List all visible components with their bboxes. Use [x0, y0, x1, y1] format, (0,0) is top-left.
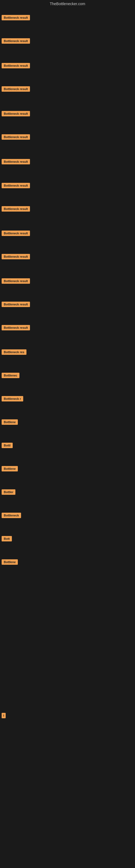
bottleneck-badge: Bottleneck [2, 513, 21, 518]
site-title: TheBottlenecker.com [0, 0, 135, 8]
bottleneck-badge: Bottleneck result [2, 302, 30, 307]
bottleneck-badge: Bottlenec [2, 373, 19, 378]
bottleneck-item: Bottleneck res [2, 349, 27, 356]
bottleneck-item: Bottleneck result [2, 134, 30, 141]
bottleneck-item: Bottleneck [2, 513, 21, 519]
bottleneck-item: Bott [2, 536, 12, 542]
bottleneck-item: Bottleneck result [2, 183, 30, 189]
bottleneck-item: Bottleneck result [2, 15, 30, 22]
bottleneck-item: Bottleneck result [2, 302, 30, 308]
bottleneck-badge: Bottleneck result [2, 230, 30, 236]
bottleneck-badge: Bottleneck result [2, 183, 30, 188]
bottleneck-badge: Bottleneck res [2, 349, 27, 355]
bottleneck-item: Bottleneck result [2, 111, 30, 118]
bottleneck-item: Bottleneck result [2, 254, 30, 260]
bottleneck-item: Bottleneck result [2, 206, 30, 213]
bottleneck-badge: Bottleneck result [2, 254, 30, 259]
bottleneck-item: Bottleneck result [2, 63, 30, 69]
bottleneck-item-bottom: I [2, 713, 6, 718]
bottleneck-item: Bottlene [2, 420, 18, 426]
bottleneck-badge: Bottleneck result [2, 15, 30, 20]
bottleneck-badge: Bottleneck result [2, 325, 30, 330]
bottleneck-item: Bottleneck result [2, 325, 30, 332]
bottleneck-item: Bottleneck result [2, 38, 30, 45]
bottleneck-badge: Bott [2, 536, 12, 541]
bottleneck-badge-small: I [2, 713, 6, 718]
bottleneck-badge: Bottlene [2, 559, 18, 565]
bottleneck-badge: Bottlene [2, 466, 18, 471]
bottleneck-item: Bottleneck result [2, 230, 30, 237]
bottleneck-badge: Bottleneck result [2, 63, 30, 68]
bottleneck-item: Bottler [2, 489, 15, 496]
bottleneck-badge: Bottleneck result [2, 206, 30, 212]
bottleneck-badge: Bottleneck result [2, 86, 30, 92]
bottleneck-item: Bottlene [2, 466, 18, 472]
bottleneck-badge: Bottleneck r [2, 396, 23, 401]
bottleneck-badge: Bottler [2, 489, 15, 495]
bottleneck-item: Bottlenec [2, 373, 19, 379]
bottleneck-badge: Bottleneck result [2, 111, 30, 116]
bottleneck-badge: Bottl [2, 443, 13, 448]
bottleneck-badge: Bottleneck result [2, 38, 30, 44]
bottleneck-badge: Bottlene [2, 420, 18, 425]
bottleneck-item: Bottleneck result [2, 159, 30, 165]
bottleneck-item: Bottleneck result [2, 278, 30, 285]
bottleneck-item: Bottleneck result [2, 86, 30, 93]
bottleneck-badge: Bottleneck result [2, 278, 30, 284]
bottleneck-item: Bottl [2, 443, 13, 449]
bottleneck-item: Bottleneck r [2, 396, 23, 403]
bottleneck-item: Bottlene [2, 559, 18, 566]
bottleneck-badge: Bottleneck result [2, 134, 30, 140]
bottleneck-badge: Bottleneck result [2, 159, 30, 164]
